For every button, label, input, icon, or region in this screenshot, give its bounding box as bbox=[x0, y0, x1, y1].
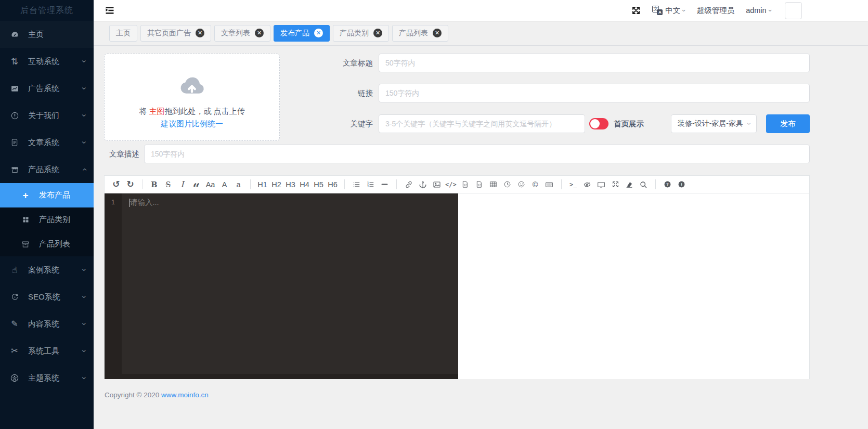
publish-button[interactable]: 发布 bbox=[766, 114, 810, 133]
search-icon[interactable] bbox=[638, 178, 649, 191]
heading-2-button[interactable]: H2 bbox=[271, 178, 282, 191]
link-input[interactable] bbox=[379, 84, 810, 102]
tab-product-list[interactable]: 产品列表✕ bbox=[392, 25, 448, 42]
tab-home[interactable]: 主页 bbox=[109, 25, 137, 42]
editor-code-pane[interactable]: 1 请输入... bbox=[105, 193, 458, 379]
app-title: 后台管理系统 bbox=[0, 0, 94, 21]
bold-button[interactable]: B bbox=[149, 178, 160, 191]
terminal-button[interactable]: >_ bbox=[568, 178, 579, 191]
sidebar: 后台管理系统 主页⇅互动系统›广告系统›关于我们›文章系统›产品系统›+发布产品… bbox=[0, 0, 94, 429]
heading-6-button[interactable]: H6 bbox=[327, 178, 338, 191]
close-icon[interactable]: ✕ bbox=[373, 29, 382, 37]
list-ol-icon[interactable]: 123 bbox=[365, 178, 376, 191]
sidebar-item-product-list[interactable]: 产品列表 bbox=[0, 232, 94, 256]
close-icon[interactable]: ✕ bbox=[196, 29, 204, 37]
redo-icon[interactable]: ↻ bbox=[125, 178, 136, 191]
undo-icon[interactable]: ↺ bbox=[111, 178, 122, 191]
code-inline-button[interactable]: </> bbox=[445, 178, 457, 191]
heading-4-button[interactable]: H4 bbox=[299, 178, 310, 191]
sidebar-item-seo[interactable]: SEO系统› bbox=[0, 283, 94, 310]
main-image-upload-dropzone[interactable]: 将 主图拖到此处，或 点击上传 建议图片比例统一 bbox=[104, 54, 280, 141]
info-icon[interactable]: i bbox=[676, 178, 687, 191]
emoji-icon[interactable] bbox=[516, 178, 527, 191]
sidebar-item-product[interactable]: 产品系统› bbox=[0, 156, 94, 183]
tab-publish-product[interactable]: 发布产品✕ bbox=[274, 25, 330, 42]
link-icon[interactable] bbox=[403, 178, 414, 191]
language-switcher[interactable]: 文A 中文 › bbox=[652, 6, 685, 16]
chevron-down-icon: › bbox=[80, 295, 88, 298]
heading-3-button[interactable]: H3 bbox=[285, 178, 296, 191]
close-icon[interactable]: ✕ bbox=[314, 29, 323, 37]
tab-label: 发布产品 bbox=[280, 29, 309, 38]
article-desc-input[interactable] bbox=[144, 145, 810, 163]
image-icon[interactable] bbox=[431, 178, 442, 191]
sidebar-item-home[interactable]: 主页 bbox=[0, 21, 94, 48]
code-block-icon[interactable] bbox=[460, 178, 471, 191]
lowercase-button[interactable]: a bbox=[233, 178, 244, 191]
sidebar-item-case[interactable]: ☝案例系统› bbox=[0, 256, 94, 283]
article-title-input[interactable] bbox=[379, 54, 810, 72]
quote-icon[interactable]: “ bbox=[191, 178, 202, 191]
table-icon[interactable] bbox=[488, 178, 499, 191]
sidebar-item-article[interactable]: 文章系统› bbox=[0, 129, 94, 156]
home-show-toggle[interactable] bbox=[589, 118, 608, 129]
text-cursor bbox=[129, 199, 129, 207]
tab-article-list[interactable]: 文章列表✕ bbox=[214, 25, 270, 42]
sidebar-item-label: 关于我们 bbox=[28, 111, 83, 121]
sidebar-item-tools[interactable]: ✂系统工具› bbox=[0, 337, 94, 365]
avatar[interactable] bbox=[785, 2, 802, 19]
upload-ratio-hint-link[interactable]: 建议图片比例统一 bbox=[105, 119, 279, 129]
chevron-down-icon: › bbox=[766, 9, 774, 11]
user-menu[interactable]: admin › bbox=[746, 6, 771, 15]
sidebar-item-product-category[interactable]: 产品类别 bbox=[0, 207, 94, 232]
close-icon[interactable]: ✕ bbox=[433, 29, 442, 37]
sidebar-item-theme[interactable]: 主题系统› bbox=[0, 365, 94, 392]
sidebar-item-publish-product[interactable]: +发布产品 bbox=[0, 183, 94, 207]
italic-button[interactable]: I bbox=[177, 178, 188, 191]
fullscreen-icon[interactable] bbox=[631, 6, 641, 15]
html-block-icon[interactable] bbox=[474, 178, 485, 191]
anchor-icon[interactable] bbox=[417, 178, 428, 191]
help-icon[interactable]: ? bbox=[662, 178, 673, 191]
font-size-button[interactable]: Aa bbox=[205, 178, 216, 191]
editor-line-numbers: 1 bbox=[105, 193, 122, 379]
page-footer: Copyright © 2020 www.moinfo.cn bbox=[94, 379, 868, 429]
strikethrough-button[interactable]: S bbox=[163, 178, 174, 191]
sidebar-item-label: 文章系统 bbox=[28, 138, 83, 148]
category-select[interactable]: 装修-设计-家居-家具 › bbox=[671, 114, 757, 133]
heading-5-button[interactable]: H5 bbox=[313, 178, 324, 191]
open-tabs-bar: 主页其它页面广告✕文章列表✕发布产品✕产品类别✕产品列表✕ bbox=[94, 21, 868, 46]
language-label: 中文 bbox=[665, 6, 680, 16]
clear-icon[interactable] bbox=[624, 178, 635, 191]
collapse-menu-icon[interactable] bbox=[105, 5, 115, 16]
sidebar-item-label: 产品系统 bbox=[28, 165, 83, 175]
close-icon[interactable]: ✕ bbox=[255, 29, 264, 37]
sidebar-item-label: 发布产品 bbox=[39, 190, 85, 200]
sidebar-item-ads[interactable]: 广告系统› bbox=[0, 75, 94, 102]
preview-off-icon[interactable] bbox=[582, 178, 593, 191]
browser-preview-icon[interactable] bbox=[596, 178, 607, 191]
toolbar-divider bbox=[561, 179, 562, 189]
list-ul-icon[interactable] bbox=[351, 178, 362, 191]
editor-input-area[interactable]: 请输入... bbox=[122, 193, 458, 379]
datetime-icon[interactable] bbox=[502, 178, 513, 191]
chevron-down-icon: › bbox=[80, 114, 88, 116]
sidebar-item-about[interactable]: 关于我们› bbox=[0, 102, 94, 129]
hr-icon[interactable] bbox=[379, 178, 390, 191]
toolbar-divider bbox=[655, 179, 656, 189]
sidebar-item-interaction[interactable]: ⇅互动系统› bbox=[0, 48, 94, 75]
tab-other-page-ad[interactable]: 其它页面广告✕ bbox=[140, 25, 211, 42]
footer-site-link[interactable]: www.moinfo.cn bbox=[161, 391, 209, 399]
copyright-button[interactable]: © bbox=[530, 178, 541, 191]
fullscreen-icon[interactable] bbox=[610, 178, 621, 191]
uppercase-button[interactable]: A bbox=[219, 178, 230, 191]
toggle-knob bbox=[590, 119, 600, 128]
tab-product-category[interactable]: 产品类别✕ bbox=[333, 25, 389, 42]
heading-1-button[interactable]: H1 bbox=[257, 178, 268, 191]
keywords-input[interactable] bbox=[379, 114, 585, 133]
editor-bottom-scrollbar[interactable] bbox=[122, 374, 458, 379]
svg-text:i: i bbox=[681, 182, 682, 187]
sidebar-item-content[interactable]: ✎内容系统› bbox=[0, 310, 94, 337]
document-icon bbox=[9, 138, 20, 147]
keyboard-icon[interactable] bbox=[544, 178, 555, 191]
